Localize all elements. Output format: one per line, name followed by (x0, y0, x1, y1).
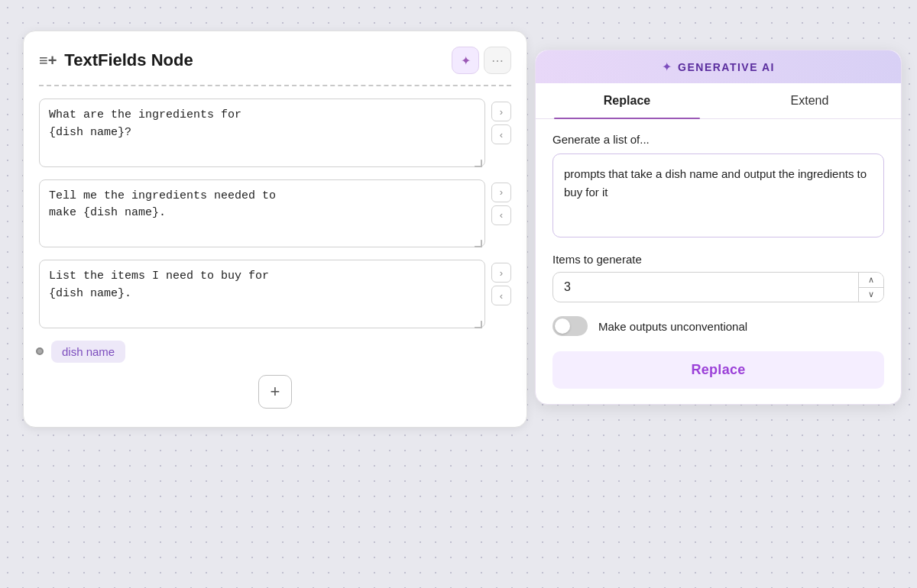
add-prompt-button[interactable]: + (258, 375, 292, 409)
side-arrow-left-2[interactable]: ‹ (491, 205, 511, 225)
gen-sparkle-icon: ✦ (662, 60, 672, 74)
gen-header: ✦ GENERATIVE AI (536, 50, 901, 83)
textfields-node: ≡+ TextFields Node ✦ ⋯ What are the ingr… (23, 31, 527, 428)
textfields-icon: ≡+ (39, 52, 57, 69)
more-button[interactable]: ⋯ (484, 47, 511, 74)
variable-connector-dot (36, 347, 44, 355)
prompt-row-1: What are the ingredients for {dish name}… (39, 99, 511, 170)
sparkle-button[interactable]: ✦ (452, 47, 479, 74)
side-arrow-right-2[interactable]: › (491, 183, 511, 202)
generate-label: Generate a list of... (552, 133, 884, 146)
textarea-wrapper-2: Tell me the ingredients needed to make {… (39, 179, 485, 251)
gen-header-title: GENERATIVE AI (678, 61, 775, 73)
gen-tabs: Replace Extend (536, 83, 901, 119)
node-divider (39, 85, 511, 86)
variable-row: dish name (39, 341, 511, 363)
unconventional-toggle[interactable] (552, 316, 588, 336)
items-spinners: ∧ ∨ (858, 273, 883, 302)
node-title-text: TextFields Node (64, 50, 193, 70)
node-header-buttons: ✦ ⋯ (452, 47, 511, 74)
spinner-down-button[interactable]: ∨ (859, 288, 883, 302)
node-title: ≡+ TextFields Node (39, 50, 193, 70)
resize-handle-2 (475, 240, 482, 247)
side-arrow-right-1[interactable]: › (491, 102, 511, 121)
tab-extend[interactable]: Extend (718, 83, 901, 118)
side-icons-1: › ‹ (491, 99, 511, 144)
tab-replace[interactable]: Replace (536, 83, 718, 118)
prompt-row-2: Tell me the ingredients needed to make {… (39, 179, 511, 251)
toggle-knob (555, 318, 570, 334)
generative-panel: ✦ GENERATIVE AI Replace Extend Generate … (535, 50, 902, 405)
resize-handle-3 (475, 321, 482, 328)
prompt-row-3: List the items I need to buy for {dish n… (39, 260, 511, 331)
toggle-row: Make outputs unconventional (552, 316, 884, 336)
gen-body: Generate a list of... prompts that take … (536, 119, 901, 389)
prompt-textarea-1[interactable]: What are the ingredients for {dish name}… (39, 99, 485, 167)
side-arrow-left-1[interactable]: ‹ (491, 124, 511, 144)
items-label: Items to generate (552, 253, 884, 266)
side-icons-2: › ‹ (491, 179, 511, 225)
textarea-wrapper-1: What are the ingredients for {dish name}… (39, 99, 485, 170)
spinner-up-button[interactable]: ∧ (859, 273, 883, 288)
generate-textarea[interactable]: prompts that take a dish name and output… (552, 153, 884, 237)
resize-handle-1 (475, 160, 482, 167)
side-arrow-right-3[interactable]: › (491, 263, 511, 283)
textarea-wrapper-3: List the items I need to buy for {dish n… (39, 260, 485, 331)
side-arrow-left-3[interactable]: ‹ (491, 286, 511, 305)
more-icon: ⋯ (491, 53, 504, 68)
items-input[interactable] (553, 273, 858, 302)
node-header: ≡+ TextFields Node ✦ ⋯ (39, 47, 511, 74)
variable-badge[interactable]: dish name (51, 341, 125, 363)
replace-button[interactable]: Replace (552, 351, 884, 389)
items-input-row: ∧ ∨ (552, 272, 884, 302)
prompt-textarea-2[interactable]: Tell me the ingredients needed to make {… (39, 179, 485, 248)
prompt-textarea-3[interactable]: List the items I need to buy for {dish n… (39, 260, 485, 328)
side-icons-3: › ‹ (491, 260, 511, 305)
sparkle-icon: ✦ (461, 53, 471, 68)
add-btn-row: + (39, 375, 511, 409)
toggle-label: Make outputs unconventional (598, 320, 747, 333)
